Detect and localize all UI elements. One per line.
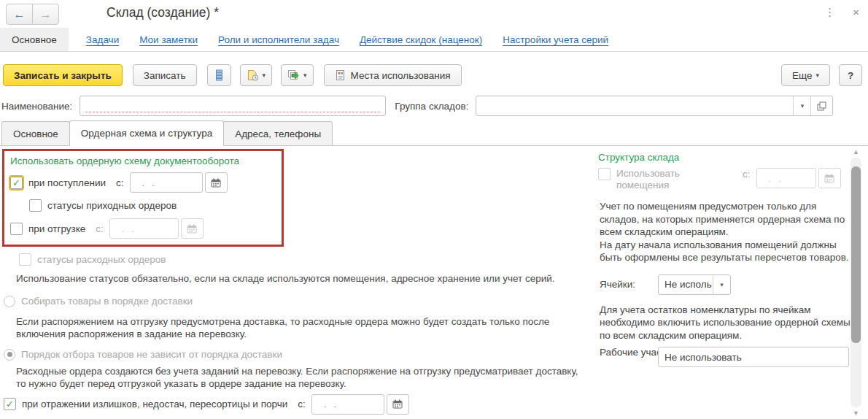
more-actions-label: Еще — [792, 70, 812, 81]
close-icon[interactable]: × — [853, 6, 859, 19]
forward-button[interactable]: → — [32, 4, 58, 24]
structure-section-title: Структура склада — [598, 152, 850, 163]
premises-note-2: На дату начала использования помещений д… — [600, 239, 850, 264]
chevron-down-icon: ▾ — [263, 72, 266, 79]
nav-link-roles[interactable]: Роли и исполнители задач — [218, 34, 339, 45]
back-arrow-icon: ← — [14, 8, 26, 21]
header-fields-row: Наименование: Группа складов: ▾ — [0, 93, 868, 118]
pick-order-radio — [4, 349, 15, 361]
statuses-note: Использование статусов обязательно, если… — [16, 272, 581, 285]
nav-item-main[interactable]: Основное — [0, 28, 69, 51]
cells-note: Для учета остатков номенклатуры по ячейк… — [600, 304, 850, 342]
vertical-scrollbar[interactable]: ▲ ▼ — [850, 147, 861, 418]
scroll-down-icon[interactable]: ▼ — [850, 409, 861, 418]
workareas-label: Рабочие участки: — [600, 347, 649, 358]
cells-combo[interactable]: Не исполь ▾ — [658, 274, 731, 295]
calendar-icon — [824, 174, 834, 183]
structure-report-button[interactable] — [207, 64, 231, 86]
receipt-date-input[interactable]: . . — [130, 172, 203, 193]
history-document-button[interactable]: ▾ — [240, 64, 273, 86]
receipt-date-field: . . — [130, 172, 228, 193]
receipt-checkbox[interactable]: ✓ — [10, 177, 23, 189]
save-button[interactable]: Записать — [133, 64, 197, 86]
warehouse-group-combo[interactable]: ▾ — [476, 96, 833, 116]
title-bar: ← → Склад (создание) * ⋮ × — [0, 0, 868, 28]
toolbar: Записать и закрыть Записать ▾ ▾ Места ис… — [0, 63, 868, 88]
copy-create-button[interactable]: ▾ — [281, 64, 314, 86]
nav-link-tasks[interactable]: Задачи — [86, 34, 119, 45]
tab-main[interactable]: Основное — [1, 121, 70, 145]
combo-dropdown-button[interactable]: ▾ — [713, 275, 730, 294]
pick-order-radio-label: Порядок отбора товаров не зависит от пор… — [21, 349, 282, 360]
structure-column: Структура склада Использовать помещения … — [598, 146, 850, 367]
receipt-from-label: с: — [116, 177, 124, 188]
shipment-checkbox[interactable] — [10, 223, 23, 235]
surplus-from-label: с: — [298, 399, 306, 410]
name-input-wrap — [80, 96, 386, 116]
usage-places-button[interactable]: Места использования — [324, 64, 462, 86]
chevron-down-icon: ▾ — [303, 72, 307, 79]
copy-arrow-icon — [287, 69, 300, 81]
shipment-statuses-row: статусы расходных ордеров — [19, 253, 589, 266]
receipt-calendar-button[interactable] — [205, 172, 228, 193]
chevron-down-icon: ▾ — [801, 102, 805, 109]
receipt-statuses-checkbox[interactable] — [29, 199, 42, 212]
workareas-row: Рабочие участки: Не использовать — [600, 347, 850, 367]
delivery-note: Если распоряжением на отгрузку предусмот… — [16, 315, 581, 341]
receipt-statuses-row: статусы приходных ордеров — [29, 199, 276, 212]
save-and-close-button[interactable]: Записать и закрыть — [3, 64, 123, 86]
receipt-statuses-label: статусы приходных ордеров — [47, 200, 177, 211]
nav-links: Задачи Мои заметки Роли и исполнители за… — [86, 28, 608, 51]
history-buttons: ← → — [6, 4, 59, 25]
page-title: Склад (создание) * — [106, 5, 219, 20]
tab-order-scheme[interactable]: Ордерная схема и структура — [69, 120, 224, 146]
order-scheme-column: Использовать ордерную схему документообо… — [0, 146, 589, 415]
shipment-date-input: . . — [109, 218, 179, 239]
premises-label: Использовать помещения — [616, 168, 729, 191]
shipment-date-field: . . — [109, 218, 204, 239]
forward-arrow-icon: → — [40, 8, 52, 21]
premises-row: Использовать помещения с: . . — [598, 168, 850, 191]
shipment-row: при отгрузке с: . . — [10, 218, 276, 239]
nav-link-series[interactable]: Настройки учета серий — [503, 34, 608, 45]
combo-open-button[interactable] — [810, 96, 832, 115]
list-icon — [214, 69, 225, 81]
order-scheme-section-title: Использовать ордерную схему документообо… — [10, 155, 276, 166]
scroll-up-icon[interactable]: ▲ — [850, 147, 861, 156]
back-button[interactable]: ← — [7, 4, 32, 24]
tab-content: Использовать ордерную схему документообо… — [0, 146, 868, 419]
check-icon: ✓ — [6, 399, 14, 409]
shipment-statuses-checkbox — [19, 253, 31, 266]
surplus-date-field: . . — [311, 394, 409, 415]
delivery-order-radio — [4, 296, 15, 307]
tab-addresses[interactable]: Адреса, телефоны — [223, 121, 333, 145]
nav-link-notes[interactable]: Мои заметки — [139, 34, 198, 45]
nav-link-discounts[interactable]: Действие скидок (наценок) — [360, 34, 482, 45]
shipment-calendar-button — [181, 218, 204, 239]
premises-calendar-button — [818, 168, 841, 188]
document-clock-icon — [247, 69, 259, 81]
premises-note-1: Учет по помещениям предусмотрен только д… — [600, 200, 850, 239]
check-icon: ✓ — [12, 178, 20, 188]
cells-label: Ячейки: — [600, 279, 643, 290]
help-button[interactable]: ? — [839, 64, 862, 86]
annotation-highlight-box: Использовать ордерную схему документообо… — [2, 149, 284, 247]
calendar-icon — [392, 399, 403, 409]
surplus-checkbox[interactable]: ✓ — [4, 398, 16, 410]
premises-date-input: . . — [756, 168, 816, 188]
surplus-calendar-button[interactable] — [387, 394, 409, 415]
name-input[interactable] — [80, 96, 385, 115]
order-note: Расходные ордера создаются без учета зад… — [16, 365, 581, 391]
cells-value: Не исполь — [659, 275, 713, 294]
combo-dropdown-button[interactable]: ▾ — [793, 96, 810, 115]
more-menu-icon[interactable]: ⋮ — [824, 6, 835, 19]
premises-checkbox — [598, 168, 611, 180]
surplus-label: при отражении излишков, недостач, пересо… — [22, 399, 287, 410]
premises-from-label: с: — [743, 169, 751, 180]
shipment-from-label: с: — [96, 223, 104, 234]
chevron-down-icon: ▾ — [815, 72, 819, 79]
more-actions-button[interactable]: Еще ▾ — [781, 64, 830, 86]
surplus-date-input[interactable]: . . — [311, 394, 384, 415]
workareas-field[interactable]: Не использовать — [658, 347, 849, 367]
scrollbar-thumb[interactable] — [851, 166, 861, 343]
